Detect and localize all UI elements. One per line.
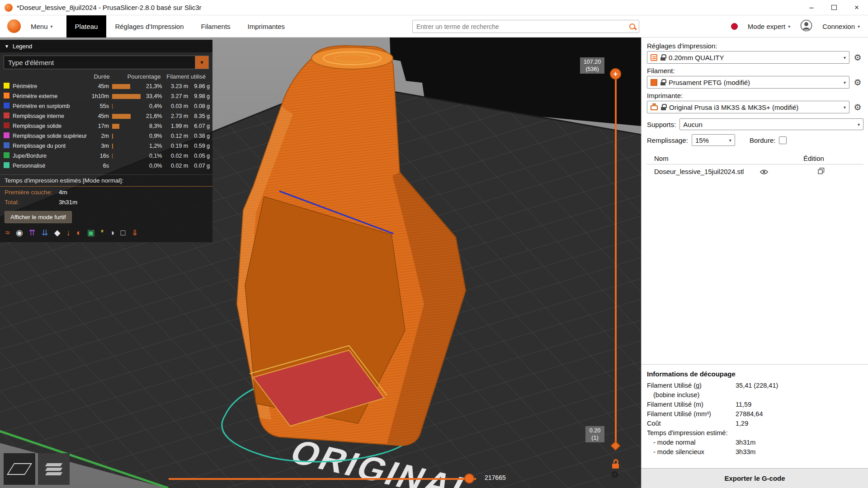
- sliced-info-value: 3h33m: [736, 447, 755, 457]
- menu-dropdown[interactable]: Menu ▾: [31, 23, 53, 30]
- sliced-info-value: 3h31m: [736, 438, 755, 447]
- filament-gear-icon[interactable]: ⚙: [852, 77, 863, 88]
- supports-label: Supports:: [647, 121, 676, 128]
- object-rows: Doseur_lessive_15juil2024.stl: [647, 164, 863, 178]
- legend-row: Jupe/Bordure16s0,1%0.02 m0.05 g: [0, 151, 212, 161]
- exit-icon[interactable]: ⇓: [131, 229, 138, 237]
- feature-label: Périmètre externe: [13, 93, 88, 99]
- feature-label: Périmètre en surplomb: [13, 103, 88, 109]
- maximize-button[interactable]: [823, 0, 845, 15]
- printer-gear-icon[interactable]: ⚙: [852, 102, 863, 113]
- sliced-info-row: Filament Utilisé (m)11,59: [647, 400, 863, 409]
- printer-combo[interactable]: Original Prusa i3 MK3S & MK3S+ (modifié)…: [647, 101, 849, 113]
- feature-duration: 3m: [88, 143, 111, 149]
- infill-combo[interactable]: 15% ▾: [692, 134, 735, 146]
- connexion-dropdown[interactable]: Connexion ▾: [822, 23, 860, 30]
- print-settings-combo[interactable]: 0.20mm QUALITY ▾: [647, 51, 849, 64]
- title-bar: *Doseur_lessive_8juil2024 - PrusaSlicer-…: [0, 0, 868, 15]
- window-title: *Doseur_lessive_8juil2024 - PrusaSlicer-…: [17, 4, 202, 11]
- feature-meters: 0.03 m: [162, 103, 188, 109]
- layer-slider-track[interactable]: [615, 75, 617, 445]
- tab-Réglages d'Impression[interactable]: Réglages d'Impression: [106, 15, 192, 38]
- legend-header[interactable]: ▼ Legend: [0, 40, 212, 52]
- view-type-select[interactable]: Type d'élément ▼: [4, 56, 209, 69]
- feature-color-swatch: [4, 103, 9, 108]
- move-slider-track[interactable]: [169, 478, 476, 480]
- box-icon[interactable]: □: [120, 229, 125, 237]
- feature-percentage: 0,1%: [142, 153, 162, 159]
- search-box[interactable]: [412, 20, 639, 33]
- seams-icon[interactable]: ◆: [54, 229, 61, 237]
- legend-row: Remplissage solide17m8,3%1.99 m6.07 g: [0, 121, 212, 131]
- lock-icon: [660, 79, 665, 85]
- feature-percentage: 0,4%: [142, 103, 162, 109]
- travels-icon[interactable]: ≈: [5, 229, 10, 237]
- legend-rows: Périmètre45m21,3%3.23 m9.86 gPérimètre e…: [0, 81, 212, 171]
- feature-label: Remplissage interne: [13, 113, 88, 119]
- slider-lock-icon[interactable]: [611, 459, 620, 469]
- feature-label: Remplissage du pont: [13, 143, 88, 149]
- feature-label: Jupe/Bordure: [13, 153, 88, 159]
- sliced-info-value: 1,29: [736, 419, 748, 428]
- feature-grams: 0.08 g: [188, 103, 210, 109]
- feature-duration: 45m: [88, 83, 111, 89]
- deretractions-icon[interactable]: ⇊: [42, 229, 48, 237]
- mode-dropdown[interactable]: Mode expert ▾: [748, 23, 790, 30]
- layer-slider-top-handle[interactable]: +: [610, 68, 621, 80]
- export-gcode-button[interactable]: Exporter le G-code: [642, 468, 868, 488]
- editor-view-thumbnail[interactable]: [4, 453, 35, 485]
- move-slider-handle[interactable]: [464, 474, 474, 483]
- chevron-down-icon: ▾: [788, 24, 790, 29]
- feature-duration: 16s: [88, 153, 111, 159]
- feature-color-swatch: [4, 152, 9, 158]
- total-value: 3h31m: [59, 198, 77, 206]
- infill-row: Remplissage: 15% ▾ Bordure:: [647, 134, 863, 146]
- pause-prints-icon[interactable]: ▣: [87, 229, 95, 237]
- supports-combo[interactable]: Aucun ▾: [679, 118, 863, 130]
- first-layer-row: Première couche: 4m: [0, 187, 212, 197]
- layer-slider-bottom-label: 0.20 (1): [585, 426, 604, 442]
- object-row[interactable]: Doseur_lessive_15juil2024.stl: [647, 164, 863, 178]
- feature-label: Remplissage solide: [13, 123, 88, 129]
- filament-row: Prusament PETG (modifié) ▾ ⚙: [647, 76, 863, 89]
- feature-meters: 0.02 m: [162, 153, 188, 159]
- feature-grams: 0.59 g: [188, 143, 210, 149]
- tab-Plateau[interactable]: Plateau: [66, 15, 107, 38]
- brim-checkbox[interactable]: [779, 136, 787, 144]
- tool-changes-icon[interactable]: ↓: [66, 229, 71, 237]
- custom-gcode-icon[interactable]: *: [101, 229, 104, 237]
- object-edit-header: Édition: [803, 155, 824, 162]
- search-icon[interactable]: [629, 23, 635, 29]
- printer-icon: [651, 105, 658, 110]
- wipe-icon[interactable]: ◉: [16, 229, 23, 237]
- color-changes-icon[interactable]: ◐: [76, 229, 81, 237]
- search-input[interactable]: [416, 23, 629, 30]
- close-button[interactable]: ×: [845, 0, 868, 15]
- print-settings-gear-icon[interactable]: ⚙: [852, 52, 863, 63]
- minimize-button[interactable]: –: [800, 0, 823, 15]
- retractions-icon[interactable]: ⇈: [29, 229, 36, 237]
- sliced-info-value: 11,59: [736, 400, 751, 409]
- user-account-icon[interactable]: [800, 19, 812, 33]
- view-type-dropdown-button[interactable]: ▼: [195, 56, 208, 69]
- feature-duration: 1h10m: [88, 93, 111, 99]
- sliced-info-panel: Informations de découpage Filament Utili…: [642, 364, 868, 457]
- tab-Filaments[interactable]: Filaments: [193, 15, 239, 38]
- preview-view-thumbnail[interactable]: [38, 453, 70, 485]
- feature-meters: 0.19 m: [162, 143, 188, 149]
- feature-duration: 17m: [88, 123, 111, 129]
- eye-icon[interactable]: [760, 169, 768, 176]
- legend-row: Personnalisé6s0,0%0.02 m0.07 g: [0, 161, 212, 171]
- feature-grams: 0.38 g: [188, 133, 210, 139]
- percentage-bar: [112, 144, 113, 149]
- slider-gear-icon[interactable]: ⚙: [611, 470, 619, 479]
- percentage-bar: [112, 94, 141, 99]
- tab-Imprimantes[interactable]: Imprimantes: [239, 15, 294, 38]
- edit-icon[interactable]: [818, 168, 825, 176]
- stealth-mode-button[interactable]: Afficher le mode furtif: [5, 211, 72, 223]
- filament-value: Prusament PETG (modifié): [669, 79, 750, 86]
- viewport-3d[interactable]: ORIGINAL ▼ Legend Type d'élément ▼: [0, 38, 641, 488]
- feature-color-swatch: [4, 162, 9, 168]
- filament-combo[interactable]: Prusament PETG (modifié) ▾: [647, 76, 849, 89]
- shells-icon[interactable]: ◑: [110, 229, 115, 237]
